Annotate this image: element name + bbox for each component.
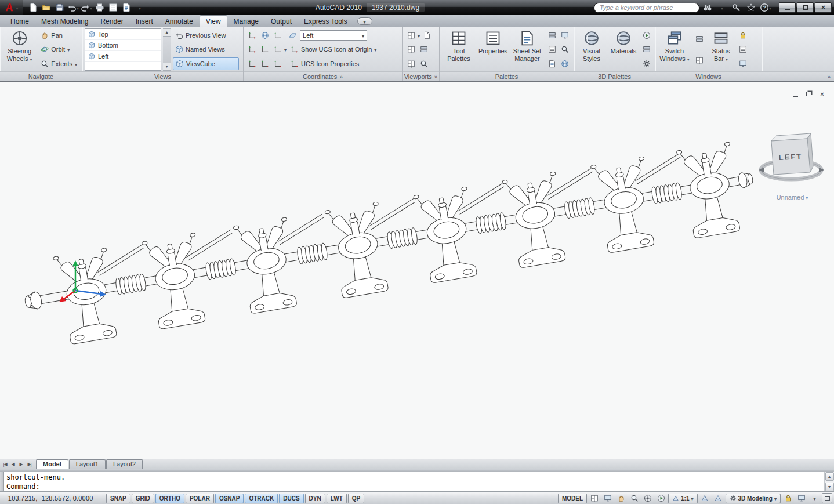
panel-label-windows[interactable]: Windows	[655, 71, 762, 81]
ucs-more-arrow-icon[interactable]	[284, 46, 287, 53]
named-ucs-combo[interactable]: Left	[300, 30, 367, 41]
next-layout-button[interactable]	[17, 461, 25, 468]
toggle-otrack[interactable]: OTRACK	[245, 494, 278, 503]
designcenter-button[interactable]	[546, 58, 558, 69]
doc-restore-button[interactable]	[804, 90, 814, 98]
visual-styles-button[interactable]: Visual Styles	[576, 28, 607, 71]
viewport-config-arrow-icon[interactable]	[418, 32, 420, 39]
switch-windows-button[interactable]: Switch Windows	[658, 28, 691, 71]
scroll-up-button[interactable]	[163, 29, 171, 36]
communication-center-icon[interactable]	[730, 2, 743, 13]
steeringwheel-status-button[interactable]	[641, 493, 654, 503]
orbit-button[interactable]: Orbit	[38, 43, 79, 56]
ucs-y-rotate-button[interactable]	[259, 58, 271, 69]
viewcube-toggle-button[interactable]: ViewCube	[173, 57, 239, 70]
ucs-origin-button[interactable]	[246, 44, 258, 55]
open-button[interactable]	[40, 2, 53, 13]
drawing-area[interactable]: × LEFT Unnamed	[0, 82, 834, 459]
tab-insert[interactable]: Insert	[130, 16, 159, 27]
sheet-set-qat-button[interactable]	[120, 2, 133, 13]
ribbon-overflow-icon[interactable]	[827, 73, 831, 80]
viewcube-widget[interactable]: LEFT Unnamed	[754, 122, 831, 201]
redo-button[interactable]	[80, 2, 93, 13]
ribbon-palette-button[interactable]	[546, 30, 558, 41]
zoom-status-button[interactable]	[628, 493, 640, 503]
plot-button[interactable]	[93, 2, 106, 13]
search-options-arrow[interactable]	[716, 2, 728, 13]
panel-label-viewports[interactable]: Viewports	[403, 71, 439, 81]
new-viewport-button[interactable]	[420, 30, 433, 41]
ucs-button[interactable]	[259, 30, 271, 41]
tab-render[interactable]: Render	[95, 16, 129, 27]
tab-mesh-modeling[interactable]: Mesh Modeling	[35, 16, 94, 27]
layout-tab-layout2[interactable]: Layout2	[106, 459, 143, 469]
search-input[interactable]	[594, 3, 699, 13]
join-viewports-button[interactable]	[405, 44, 417, 55]
quick-view-layouts-button[interactable]	[588, 493, 600, 503]
view-list-item-top[interactable]: Top	[85, 29, 161, 40]
command-window-grip[interactable]	[0, 472, 4, 491]
ucs-icon[interactable]	[55, 256, 113, 308]
ucs-previous-button[interactable]	[271, 30, 284, 41]
external-refs-button[interactable]	[559, 44, 571, 55]
properties-button[interactable]: Properties	[477, 28, 509, 71]
toggle-qp[interactable]: QP	[348, 494, 364, 503]
status-tray-menu-button[interactable]	[808, 493, 821, 503]
autoscale-button[interactable]	[712, 493, 724, 503]
named-views-button[interactable]: Named Views	[173, 43, 239, 56]
ribbon-minimize-button[interactable]	[357, 17, 372, 25]
tab-express-tools[interactable]: Express Tools	[298, 16, 353, 27]
text-window-button[interactable]	[737, 44, 749, 55]
ucs-3point-button[interactable]	[271, 44, 284, 55]
first-layout-button[interactable]	[1, 461, 9, 468]
render-palette-button[interactable]	[640, 44, 652, 55]
panel-expand-icon[interactable]	[434, 73, 438, 80]
model-space-button[interactable]: MODEL	[558, 494, 587, 503]
scroll-down-button[interactable]	[163, 63, 171, 70]
view-list-item-bottom[interactable]: Bottom	[85, 40, 161, 51]
last-layout-button[interactable]	[26, 461, 33, 468]
panel-label-3d-palettes[interactable]: 3D Palettes	[574, 71, 655, 81]
advanced-render-button[interactable]	[640, 58, 652, 69]
sheet-set-manager-button[interactable]: Sheet Set Manager	[510, 28, 544, 71]
pan-button[interactable]: Pan	[38, 29, 79, 42]
command-scroll-down-button[interactable]	[825, 483, 834, 491]
command-scroll-up-button[interactable]	[825, 472, 834, 481]
tab-manage[interactable]: Manage	[228, 16, 264, 27]
quick-view-drawings-button[interactable]	[601, 493, 614, 503]
viewcube-view-name[interactable]: Unnamed	[754, 194, 831, 201]
help-icon[interactable]	[759, 2, 772, 13]
restore-button[interactable]	[797, 2, 814, 13]
viewcube-face-label[interactable]: LEFT	[778, 152, 802, 162]
panel-label-views[interactable]: Views	[82, 71, 243, 81]
ucs-world-button[interactable]	[246, 30, 258, 41]
panel-label-coordinates[interactable]: Coordinates	[244, 71, 402, 81]
tool-palettes-button[interactable]: Tool Palettes	[442, 28, 476, 71]
annotation-visibility-button[interactable]	[699, 493, 711, 503]
ucs-icon-properties-button[interactable]: UCS Icon Properties	[288, 57, 388, 70]
restore-viewports-button[interactable]	[418, 44, 430, 55]
clip-viewport-button[interactable]	[418, 58, 430, 69]
clean-screen-ribbon-button[interactable]	[737, 58, 749, 69]
doc-minimize-button[interactable]	[791, 90, 800, 98]
favorites-star-icon[interactable]	[745, 2, 757, 13]
toggle-grid[interactable]: GRID	[132, 494, 154, 503]
properties-qat-button[interactable]	[107, 2, 119, 13]
hardware-acceleration-button[interactable]	[795, 493, 807, 503]
toggle-polar[interactable]: POLAR	[186, 494, 214, 503]
doc-close-button[interactable]: ×	[817, 90, 827, 98]
toggle-lwt[interactable]: LWT	[327, 494, 347, 503]
panel-label-navigate[interactable]: Navigate	[0, 71, 82, 81]
quickcalc-button[interactable]	[546, 44, 558, 55]
save-button[interactable]	[53, 2, 66, 13]
showmotion-button[interactable]	[655, 493, 667, 503]
panel-label-palettes[interactable]: Palettes	[440, 71, 574, 81]
tile-vertically-button[interactable]	[693, 55, 705, 66]
viewport-config-button[interactable]	[405, 30, 417, 41]
layout-tab-layout1[interactable]: Layout1	[69, 459, 106, 469]
named-viewports-button[interactable]	[405, 58, 417, 69]
status-bar-button[interactable]: Status Bar	[707, 28, 735, 71]
lights-palette-button[interactable]	[640, 30, 652, 41]
command-prompt-line[interactable]: Command:	[6, 482, 822, 491]
view-list-item-left[interactable]: Left	[85, 51, 161, 62]
